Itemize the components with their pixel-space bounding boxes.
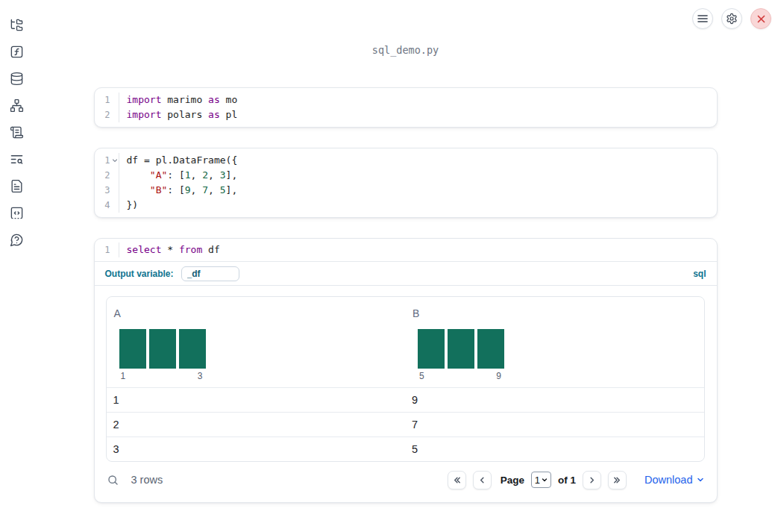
last-page-button[interactable]	[608, 471, 627, 489]
chevron-down-icon	[697, 476, 704, 484]
function-icon	[10, 45, 24, 59]
gear-icon	[726, 13, 738, 25]
line-number: 3	[95, 183, 119, 198]
histogram-bars	[119, 329, 206, 369]
table-cell: 1	[107, 394, 406, 406]
sql-cell[interactable]: 1select * from df Output variable: sql A	[94, 238, 718, 503]
table-row[interactable]: 19	[107, 387, 704, 412]
table-cell: 9	[405, 394, 704, 406]
table-footer: 3 rows Page	[106, 466, 705, 493]
sidebar-item-logs[interactable]	[0, 119, 33, 145]
code-line[interactable]: 1df = pl.DataFrame({	[95, 153, 717, 168]
column-histogram-a: 1 3	[119, 329, 206, 383]
table-body: 192735	[107, 387, 704, 461]
histogram-axis-labels: 1 3	[119, 371, 206, 383]
chevrons-right-icon	[612, 475, 622, 485]
page-of-label: of 1	[558, 475, 576, 486]
table-cell: 5	[405, 443, 704, 455]
code-line[interactable]: 4})	[95, 198, 717, 213]
hamburger-icon	[697, 14, 708, 23]
download-button[interactable]: Download	[644, 474, 704, 486]
code-cell-dataframe[interactable]: 1df = pl.DataFrame({2 "A": [1, 2, 3],3 "…	[94, 148, 718, 218]
output-variable-input[interactable]	[181, 266, 239, 281]
code-text: df = pl.DataFrame({	[119, 153, 238, 168]
code-snippet-icon	[10, 206, 24, 220]
histogram-max-label: 9	[496, 371, 501, 383]
table-cell: 7	[405, 419, 704, 431]
code-line[interactable]: 1select * from df	[95, 242, 717, 257]
chevron-right-icon	[587, 475, 597, 485]
next-page-button[interactable]	[583, 471, 601, 489]
table-cell: 3	[107, 443, 406, 455]
sidebar-item-snippets[interactable]	[0, 199, 33, 226]
line-number: 1	[95, 153, 119, 168]
sidebar-item-datasources[interactable]	[0, 65, 33, 92]
sidebar-item-documentation[interactable]	[0, 172, 33, 199]
code-text: "B": [9, 7, 5],	[119, 183, 238, 198]
output-variable-bar: Output variable: sql	[95, 262, 717, 286]
chevron-down-icon	[542, 477, 548, 483]
code-line[interactable]: 2import polars as pl	[95, 107, 717, 122]
column-label[interactable]: B	[405, 307, 704, 320]
download-label: Download	[644, 474, 693, 486]
menu-button[interactable]	[692, 8, 713, 29]
language-badge[interactable]: sql	[693, 269, 706, 279]
network-graph-icon	[10, 98, 24, 113]
sidebar-item-help[interactable]	[0, 226, 33, 253]
settings-button[interactable]	[721, 8, 742, 29]
help-bubble-icon	[10, 233, 24, 247]
code-text: select * from df	[119, 242, 220, 257]
list-search-icon	[10, 152, 24, 166]
fold-chevron-icon[interactable]	[112, 157, 119, 164]
page-select[interactable]: 1	[531, 472, 551, 488]
histogram-bar[interactable]	[477, 329, 504, 369]
histogram-bar[interactable]	[448, 329, 474, 369]
histogram-bar[interactable]	[119, 329, 146, 369]
code-line[interactable]: 2 "A": [1, 2, 3],	[95, 168, 717, 183]
close-icon	[757, 15, 765, 23]
sidebar	[0, 0, 33, 532]
table-row[interactable]: 27	[107, 412, 704, 436]
column-label[interactable]: A	[107, 307, 406, 320]
folder-tree-icon	[10, 18, 24, 32]
first-page-button[interactable]	[448, 471, 466, 489]
code-editor[interactable]: 1import marimo as mo2import polars as pl	[95, 88, 717, 127]
table-header: A 1 3 B	[107, 297, 704, 383]
histogram-min-label: 5	[419, 371, 424, 383]
histogram-bar[interactable]	[149, 329, 176, 369]
sidebar-item-variables[interactable]	[0, 38, 33, 65]
column-header-b: B 5 9	[405, 307, 704, 383]
previous-page-button[interactable]	[473, 471, 492, 489]
code-text: import marimo as mo	[119, 93, 238, 107]
shutdown-button[interactable]	[750, 8, 771, 29]
histogram-max-label: 3	[198, 371, 203, 383]
sidebar-item-dependencies[interactable]	[0, 92, 33, 119]
line-number: 2	[95, 168, 119, 183]
output-variable-label: Output variable:	[105, 269, 174, 279]
page-select-value: 1	[535, 475, 540, 486]
histogram-axis-labels: 5 9	[418, 371, 504, 383]
chevrons-left-icon	[452, 475, 462, 485]
search-icon[interactable]	[107, 474, 119, 486]
sidebar-item-file-explorer[interactable]	[0, 11, 33, 38]
cell-output-area: A 1 3 B	[95, 286, 717, 502]
histogram-bars	[418, 329, 504, 369]
code-text: })	[119, 198, 139, 213]
histogram-bar[interactable]	[179, 329, 206, 369]
histogram-min-label: 1	[121, 371, 126, 383]
table-row[interactable]: 35	[107, 436, 704, 461]
histogram-bar[interactable]	[418, 329, 445, 369]
sidebar-item-tracing[interactable]	[0, 145, 33, 172]
code-line[interactable]: 1import marimo as mo	[95, 93, 717, 107]
code-line[interactable]: 3 "B": [9, 7, 5],	[95, 183, 717, 198]
line-number: 1	[95, 93, 119, 107]
document-icon	[10, 179, 24, 193]
chevron-left-icon	[477, 475, 487, 485]
code-text: import polars as pl	[119, 107, 238, 122]
code-cell-imports[interactable]: 1import marimo as mo2import polars as pl	[94, 87, 718, 128]
code-editor[interactable]: 1select * from df	[95, 239, 717, 262]
topbar	[692, 8, 771, 29]
dataframe-table: A 1 3 B	[106, 296, 705, 462]
code-editor[interactable]: 1df = pl.DataFrame({2 "A": [1, 2, 3],3 "…	[95, 148, 717, 217]
row-count: 3 rows	[131, 474, 163, 486]
